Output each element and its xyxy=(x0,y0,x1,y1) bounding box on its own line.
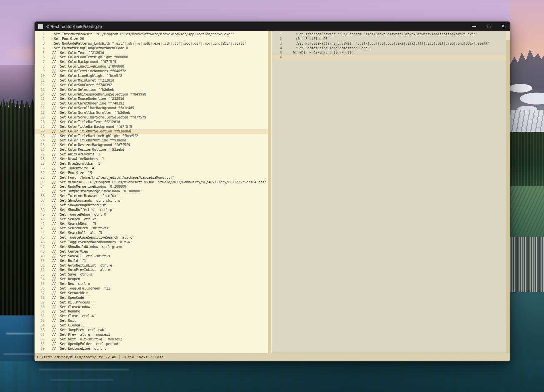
code-line[interactable]: 27// :Set WaitForEvents '1' xyxy=(35,152,268,157)
statusbar-command-next[interactable]: :Next xyxy=(137,355,148,359)
code-line[interactable]: 51// :Set GotoNextInList 'ctrl-e' xyxy=(35,263,268,268)
line-text: // :Set DrawLineNumbers '1' xyxy=(47,157,106,161)
code-line[interactable]: 1 :Set InternetBrowser '"C:/Program File… xyxy=(272,32,506,37)
code-line[interactable]: 2 :Set FontSize 20 xyxy=(272,37,506,41)
line-text: :Set FontSize 20 xyxy=(47,37,84,41)
statusbar-command-prev[interactable]: :Prev xyxy=(123,355,134,359)
code-line[interactable]: 61// :Set Rename '' xyxy=(35,309,268,314)
code-line[interactable]: 11// :Set ColorMainCaret ff21201d xyxy=(35,78,268,83)
left-pane-scrollbar[interactable] xyxy=(268,31,272,353)
code-line[interactable]: 1:Set InternetBrowser '"C:/Program Files… xyxy=(35,32,268,37)
line-number: 49 xyxy=(35,254,45,259)
code-line[interactable]: 64// :Set CloseAll '' xyxy=(35,323,268,328)
wallpaper-right-lake xyxy=(510,292,544,392)
code-line[interactable]: 30// :Set IndentSize '4' xyxy=(35,166,268,171)
code-line[interactable]: 48// :Set CenterView '' xyxy=(35,249,268,254)
wallpaper-mountain-rocks xyxy=(510,49,544,114)
code-line[interactable]: 5 WorkDir = C:/text_editor/build xyxy=(272,51,506,55)
code-line[interactable]: 4 :Set FormatUsingClangFormatWhenCCode 0 xyxy=(272,46,506,51)
code-line[interactable]: 29// :Set DrawScrollbar '1' xyxy=(35,161,268,166)
code-line[interactable]: 39// :Set ShowBufferList 'ctrl-p' xyxy=(35,208,268,212)
code-line[interactable]: 60// :Set CloseWindow '' xyxy=(35,305,268,309)
code-line[interactable]: 5// :Set ColorText ff21201d xyxy=(35,51,268,55)
code-line[interactable]: 53// :Set Save 'ctrl-s' xyxy=(35,272,268,277)
code-line[interactable]: 65// :Set JumpPrev 'ctrl-tab' xyxy=(35,328,268,332)
code-line[interactable]: 37// :Set ShowCommands 'ctrl-shift-p' xyxy=(35,198,268,203)
code-line[interactable]: 7// :Set ColorBackground ffd7f5f9 xyxy=(35,60,268,64)
line-text: // :Set OpenUpFolder 'ctrl-period' xyxy=(47,342,120,346)
build-pane[interactable]: 1 :Set InternetBrowser '"C:/Program File… xyxy=(272,31,506,353)
code-line[interactable]: 8// :Set ColorInactiveWindow 1f000000 xyxy=(35,64,268,69)
code-line[interactable]: 12// :Set ColorSubCaret ff748392 xyxy=(35,83,268,88)
code-line[interactable]: 3:Set NonCodePatterns_EndsWith ".git/|.o… xyxy=(35,41,268,46)
code-line[interactable]: 2:Set FontSize 20 xyxy=(35,37,268,41)
line-text: // :Set ColorTitleBarText ff21201d xyxy=(47,120,120,124)
code-line[interactable]: 23// :Set ColorTitleBarLineHighlight ffb… xyxy=(35,134,268,138)
code-line[interactable]: 32// :Set Font '/home/krz/text_editor/pa… xyxy=(35,175,268,180)
code-line[interactable]: 13// :Set ColorSelection ffb2dbeb xyxy=(35,88,268,92)
code-line[interactable]: 6 xyxy=(272,55,506,60)
right-pane-scrollbar[interactable] xyxy=(506,31,510,353)
code-line[interactable]: 24// :Set ColorTitleBarOutline ff93aebd xyxy=(35,138,268,143)
code-line[interactable]: 67// :Set Next 'alt-shift-q | mousex2' xyxy=(35,337,268,342)
code-line[interactable]: 31// :Set FontSize '15' xyxy=(35,171,268,175)
line-text: // :Set ColorTextLineNumbers ff646f7c xyxy=(47,69,126,74)
code-line[interactable]: 10// :Set ColorLineHighlight ffbce5f2 xyxy=(35,74,268,78)
code-line[interactable]: 42// :Set SearchNext 'f3' xyxy=(35,222,268,226)
right-scrollbar-thumb[interactable] xyxy=(506,31,510,40)
code-line[interactable]: 6// :Set ColorLoadTextHighlight f000000 xyxy=(35,55,268,60)
line-text: // :Set WaitForEvents '1' xyxy=(47,152,102,157)
code-line[interactable]: 47// :Set ShowBuildWindow 'ctrl-grave' xyxy=(35,245,268,249)
code-line[interactable]: 45// :Set ToggleCaseSensitiveSearch 'alt… xyxy=(35,235,268,240)
code-line[interactable]: 59// :Set KillProcess '' xyxy=(35,300,268,305)
code-line[interactable]: 16// :Set ColorCaretUnderline ff748392 xyxy=(35,101,268,106)
code-line[interactable]: 34// :Set UndoMergeTimeWindow '0.300000' xyxy=(35,184,268,189)
code-line[interactable]: 18// :Set ColorScrollbarScroller ffb2dbe… xyxy=(35,110,268,115)
code-line[interactable]: 41// :Set Search 'ctrl-f' xyxy=(35,217,268,222)
code-line[interactable]: 36// :Set InternetBrowser 'firefox' xyxy=(35,194,268,198)
maximize-button[interactable] xyxy=(481,22,496,31)
code-line[interactable]: 4:Set FormatUsingClangFormatWhenCCode 0 xyxy=(35,46,268,51)
code-line[interactable]: 35// :Set JumpHistoryMergeTimeWindow '0.… xyxy=(35,189,268,194)
code-line[interactable]: 63// :Set Quit '' xyxy=(35,318,268,323)
code-line[interactable]: 68// :Set OpenUpFolder 'ctrl-period' xyxy=(35,342,268,346)
code-line[interactable]: 21// :Set ColorTitleBarBackground ffd7f5… xyxy=(35,124,268,129)
titlebar[interactable]: C:/text_editor/build/config.te ✕ xyxy=(35,22,510,31)
code-line[interactable]: 52// :Set GotoPrevInList 'alt-e' xyxy=(35,268,268,272)
code-line[interactable]: 58// :Set OpenCode '' xyxy=(35,295,268,300)
code-line[interactable]: 17// :Set ColorScrollbarBackground ffa1c… xyxy=(35,106,268,110)
code-line[interactable]: 3 :Set NonCodePatterns_EndsWith ".git/|.… xyxy=(272,41,506,46)
code-line[interactable]: 40// :Set ToggleDebug 'ctrl-0' xyxy=(35,212,268,217)
code-line[interactable]: 66// :Set Prev 'alt-q | mousex1' xyxy=(35,332,268,337)
code-line[interactable]: 43// :Set SearchPrev 'shift-f3' xyxy=(35,226,268,231)
line-number: 31 xyxy=(35,171,45,175)
code-line[interactable]: 9// :Set ColorTextLineNumbers ff646f7c xyxy=(35,69,268,74)
code-line[interactable]: 25// :Set ColorResizerBackground ffd7f5f… xyxy=(35,143,268,147)
code-line[interactable]: 56// :Set ToggleFullscreen 'f11' xyxy=(35,286,268,291)
code-line[interactable]: 54// :Set Reopen '' xyxy=(35,277,268,282)
line-text: // :Set Rename '' xyxy=(47,309,86,314)
code-line[interactable]: 15// :Set ColorMouseUnderline ff21201d xyxy=(35,97,268,101)
code-line[interactable]: 50// :Set Build 'f1' xyxy=(35,259,268,263)
code-line[interactable]: 49// :Set SaveAll 'ctrl-shift-s' xyxy=(35,254,268,259)
code-line[interactable]: 38// :Set ShowDebugBufferList '' xyxy=(35,203,268,208)
close-button[interactable]: ✕ xyxy=(496,22,510,31)
line-number: 6 xyxy=(35,55,45,60)
code-line[interactable]: 46// :Set ToggleSearchWordBoundary 'alt-… xyxy=(35,240,268,245)
code-line[interactable]: 20// :Set ColorTitleBarText ff21201d xyxy=(35,120,268,124)
code-line[interactable]: 69// :Set EncloseLine 'ctrl-l' xyxy=(35,346,268,351)
code-line[interactable]: 14// :Set ColorWhitespaceDuringSelection… xyxy=(35,92,268,97)
code-line[interactable]: 44// :Set SearchAll 'alt-f3' xyxy=(35,231,268,235)
code-line[interactable]: 62// :Set Close 'ctrl-w' xyxy=(35,314,268,318)
statusbar-command-close[interactable]: :Close xyxy=(150,355,164,359)
code-line[interactable]: 26// :Set ColorResizerOutline ff93aebd xyxy=(35,147,268,152)
code-line[interactable]: 28// :Set DrawLineNumbers '1' xyxy=(35,157,268,161)
code-line[interactable]: 57// :Set SetWorkDir '' xyxy=(35,291,268,295)
line-text: // :Set ToggleDebug 'ctrl-0' xyxy=(47,212,108,217)
code-line[interactable]: 55// :Set New 'ctrl-n' xyxy=(35,282,268,286)
code-line[interactable]: 22// :Set ColorTitleBarSelection ff93aeb… xyxy=(35,129,268,134)
editor-pane-config[interactable]: 1:Set InternetBrowser '"C:/Program Files… xyxy=(35,31,268,353)
code-line[interactable]: 19// :Set ColorScrollbarScrollerSelected… xyxy=(35,115,268,120)
code-line[interactable]: 33// :Set VCVarsall 'C:/Program Files/Mi… xyxy=(35,180,268,185)
minimize-button[interactable] xyxy=(467,22,481,31)
